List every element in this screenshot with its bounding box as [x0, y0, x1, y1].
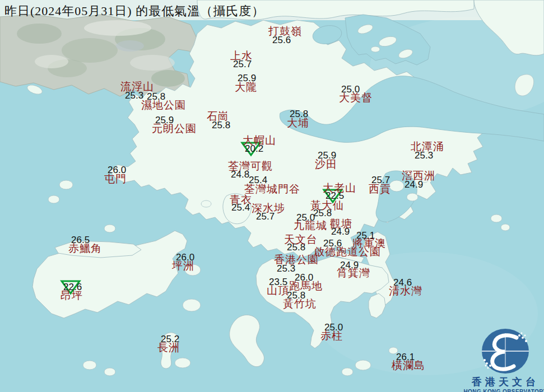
station-label: 荃灣可觀 [228, 161, 273, 171]
station-label: 沙田 [315, 159, 337, 170]
station-label: 屯門 [104, 174, 127, 184]
station-label: 赤柱 [320, 330, 343, 341]
station-label: 流浮山 [120, 81, 154, 92]
station-label: 赤鱲角 [68, 243, 102, 254]
station-label: 上水 [230, 50, 253, 61]
station-label: 北潭涌 [411, 141, 444, 152]
station-label: 打鼓嶺 [268, 26, 302, 36]
station-label: 香港公園 [274, 254, 319, 265]
station-label: 九龍城 [294, 220, 327, 231]
station-label: 元朗公園 [152, 123, 197, 134]
hko-logo-emblem [461, 326, 544, 377]
station-label: 大帽山 [243, 135, 276, 146]
station-label: 長洲 [157, 342, 180, 353]
station-label: 坪洲 [172, 260, 194, 271]
station-label: 深水埗 [252, 203, 285, 213]
map-title: 昨日(2024年05月31日) 的最低氣溫（攝氏度） [4, 3, 264, 20]
station-label: 荃灣城門谷 [244, 184, 300, 194]
station-label: 啟德跑道公園 [314, 246, 381, 257]
station-label: 大老山 [323, 183, 356, 193]
station-label: 石崗 [207, 111, 229, 122]
logo-name-en: HONG KONG OBSERVATORY [461, 389, 544, 392]
station-label: 濕地公園 [141, 100, 186, 110]
hko-logo: 香港天文台 HONG KONG OBSERVATORY [461, 326, 544, 392]
station-label: 黃竹坑 [283, 298, 317, 309]
station-label: 大美督 [339, 92, 373, 103]
station-label: 山頂 [267, 285, 289, 296]
station-label: 大埔 [287, 118, 309, 128]
station-label: 橫瀾島 [392, 360, 425, 371]
station-label: 昂坪 [61, 290, 83, 301]
station-label: 大隴 [235, 82, 257, 92]
station-label: 觀塘 [330, 218, 352, 229]
station-label: 西貢 [369, 184, 391, 194]
station-label: 青衣 [230, 194, 252, 205]
station-label: 滘西洲 [402, 170, 435, 181]
station-label: 筲箕灣 [337, 268, 370, 278]
logo-name-cn: 香港天文台 [461, 377, 544, 387]
station-label: 清水灣 [389, 286, 422, 296]
station-label: 天文台 [284, 234, 318, 245]
station-label: 黃大仙 [310, 200, 344, 211]
